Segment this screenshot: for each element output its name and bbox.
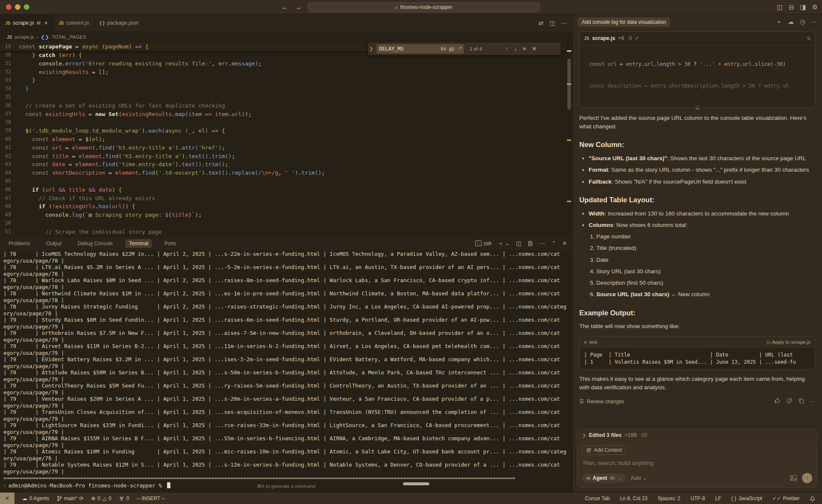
toggle-bottom-panel-icon[interactable]: ⊟ [789,3,794,11]
remote-indicator[interactable]: ✕ [0,493,14,504]
command-center-search[interactable]: ⌕ finsmes-node-scrapper [308,2,540,12]
tab-convert-js[interactable]: JS convert.js [54,14,95,31]
code-line[interactable]: 35 [0,93,572,102]
code-line[interactable]: 31 console.error('Error reading existing… [0,59,572,68]
whole-word-icon[interactable]: ab [449,46,454,51]
agent-mode-pill[interactable]: ∞ Agent ⌘I ⌄ [582,473,626,483]
copy-icon[interactable] [798,398,804,404]
code-line[interactable]: 37 const existingUrls = new Set(existing… [0,110,572,119]
editor-scrollbar[interactable] [566,42,572,236]
edited-files-bar[interactable]: ❯ Edited 3 files +189 -20 [577,429,818,441]
indentation-status[interactable]: Spaces: 2 [658,496,680,501]
tab-output[interactable]: Output [43,239,65,248]
code-line[interactable]: 50 [0,219,572,228]
split-terminal-icon[interactable]: ◫ [516,240,521,246]
find-toggle-replace-icon[interactable]: ❯ [368,46,374,51]
tab-problems[interactable]: Problems [5,239,34,248]
close-tab-icon[interactable]: ✕ [44,20,48,26]
new-terminal-icon[interactable]: ＋ ⌄ [498,240,510,247]
chat-input-placeholder[interactable]: Plan, search, build anything [583,460,811,466]
tab-ports[interactable]: Ports [161,239,180,248]
code-line[interactable]: 39 $('.tdb_module_loop.td_module_wrap').… [0,127,572,135]
code-line[interactable]: 49 console.log(`▤ Scraping story page: $… [0,211,572,219]
code-line[interactable]: 32 existingResults = []; [0,68,572,76]
split-editor-icon[interactable]: ◫ [550,20,555,26]
chat-tab-title[interactable]: Add console log for data visualization [578,17,670,27]
breadcrumb-symbol[interactable]: TOTAL_PAGES [51,34,86,40]
send-button[interactable]: ↑ [802,473,812,483]
apply-to-file-button[interactable]: ▷ Apply to scrape.js [767,339,811,346]
thumbs-up-icon[interactable] [774,398,780,404]
breadcrumb[interactable]: JS scrape.js › ❮❯ TOTAL_PAGES [0,31,572,42]
git-branch-status[interactable]: main* ⟳ [57,496,84,501]
code-line[interactable]: 36 // Create a Set of existing URLs for … [0,102,572,110]
minimize-window-button[interactable] [15,4,20,10]
code-line[interactable]: 33 } [0,76,572,85]
code-line[interactable]: 46 if (url && title && date) { [0,186,572,194]
find-next-icon[interactable]: ↓ [514,45,517,52]
history-icon[interactable]: ◷ [800,18,805,26]
encoding-status[interactable]: UTF-8 [691,496,705,501]
chevron-down-icon[interactable]: ⌄ [694,105,701,111]
terminal-shell-chip[interactable]: >_ zsh [475,241,492,246]
tab-package-json[interactable]: { } package.json [94,14,144,31]
review-more-actions-icon[interactable]: ⋯ [810,398,815,405]
new-chat-icon[interactable]: ＋ [776,18,782,26]
language-mode-status[interactable]: { } JavaScript [731,496,762,501]
code-line[interactable]: 43 const date = element.find('time.entry… [0,160,572,169]
thumbs-down-icon[interactable] [786,398,792,404]
tab-terminal[interactable]: Terminal [125,239,151,248]
ports-status[interactable]: 0 [119,496,129,501]
chat-more-actions-icon[interactable]: ⋯ [811,18,817,26]
kill-terminal-icon[interactable] [527,241,533,246]
maximize-panel-icon[interactable]: ⌃ [551,240,556,246]
code-line[interactable]: 48 if (!existingUrls.has(url)) { [0,202,572,211]
compare-changes-icon[interactable]: ⇄ [539,20,544,26]
code-line[interactable]: 41 const url = element.find('h3.entry-ti… [0,144,572,152]
cursor-tab-status[interactable]: Cursor Tab [585,496,609,501]
cloud-icon[interactable]: ☁ [788,18,794,26]
code-line[interactable]: 42 const title = element.find('h3.entry-… [0,152,572,161]
forward-icon[interactable]: → [295,3,302,11]
chat-messages[interactable]: JS scrape.js +6 -5 ✓ ⇅ const url = entry… [573,30,822,429]
tab-debug-console[interactable]: Debug Console [74,239,116,248]
agents-status[interactable]: ☁ 0 Agents [22,496,49,501]
review-changes-button[interactable]: Review changes [587,398,624,405]
formatter-status[interactable]: ✓✓ Prettier [772,496,799,501]
add-context-chip[interactable]: @ Add Context [582,445,626,455]
toggle-right-panel-icon[interactable]: ◨ [800,3,806,11]
code-line[interactable]: 38 [0,118,572,127]
find-input[interactable]: DELAY_MS Aa ab .* [377,44,464,54]
code-line[interactable]: 44 const shortDescription = element.find… [0,169,572,177]
code-line[interactable]: 51 // Scrape the individual story page [0,228,572,236]
problems-status[interactable]: ⊗0 △0 [91,496,111,501]
find-in-selection-icon[interactable]: ≡ [523,45,526,52]
back-icon[interactable]: ← [281,3,288,11]
close-window-button[interactable] [6,4,11,10]
code-line[interactable]: 47 // Check if this URL already exists [0,194,572,203]
tab-scrape-js[interactable]: JS scrape.js M ✕ [0,14,54,31]
model-selector[interactable]: Auto ⌄ [631,475,647,481]
settings-gear-icon[interactable]: ⚙ [812,3,818,11]
diff-card[interactable]: JS scrape.js +6 -5 ✓ ⇅ const url = entry… [579,31,815,108]
horizontal-scrollbar[interactable] [403,482,429,485]
match-case-icon[interactable]: Aa [441,46,446,51]
close-panel-icon[interactable]: ✕ [562,240,567,246]
code-line[interactable]: 34 } [0,85,572,93]
panel-more-actions-icon[interactable]: ⋯ [539,240,545,246]
find-previous-icon[interactable]: ↑ [505,45,508,52]
breadcrumb-file[interactable]: scrape.js [14,34,34,40]
code-line[interactable]: 40 const element = $(el); [0,135,572,144]
regex-icon[interactable]: .* [457,46,462,51]
editor-more-actions-icon[interactable]: ⋯ [561,20,567,26]
chat-input-card[interactable]: @ Add Context Plan, search, build anythi… [577,441,818,488]
terminal-output[interactable]: | 78 | IceMOS Technology Raises $22M in.… [0,250,572,492]
code-editor[interactable]: 30 } catch (err) {31 console.error('Erro… [0,42,572,236]
attach-image-icon[interactable] [790,475,797,481]
notifications-bell-icon[interactable] [810,496,815,501]
cursor-position-status[interactable]: Ln 8, Col 23 [620,496,648,501]
code-line[interactable]: 45 [0,177,572,186]
toggle-panel-layout-icon[interactable]: ◫ [777,3,783,11]
zoom-window-button[interactable] [24,4,29,10]
close-find-icon[interactable]: ✕ [532,45,537,52]
